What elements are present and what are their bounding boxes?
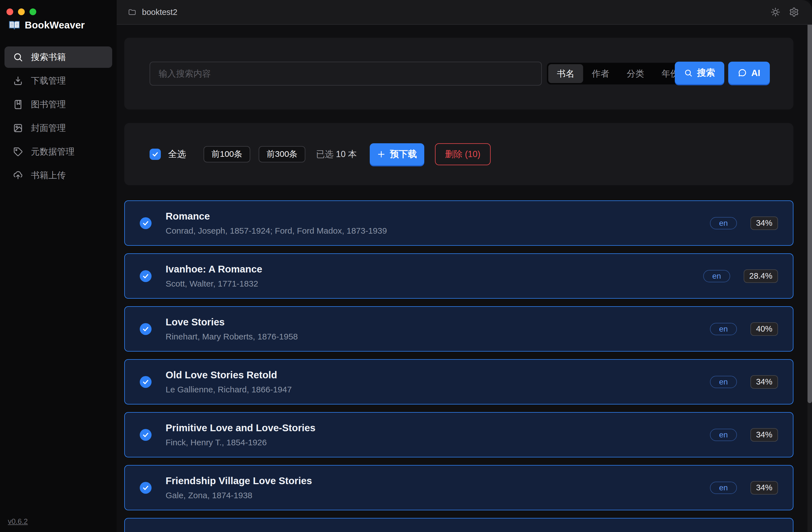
language-badge: en xyxy=(710,323,737,335)
minimize-button[interactable] xyxy=(18,9,25,15)
select-all-label: 全选 xyxy=(168,148,186,160)
book-row[interactable]: Primitive Love and Love-Stories Finck, H… xyxy=(124,412,794,458)
ai-button-label: AI xyxy=(751,68,760,78)
book-author: Rinehart, Mary Roberts, 1876-1958 xyxy=(165,332,298,341)
book-row[interactable] xyxy=(124,518,794,532)
language-badge: en xyxy=(710,376,737,388)
tags-icon xyxy=(13,146,23,157)
sidebar-item-label: 元数据管理 xyxy=(31,146,74,158)
book-author: Gale, Zona, 1874-1938 xyxy=(165,491,312,500)
folder-icon xyxy=(128,8,136,16)
select-first-100-button[interactable]: 前100条 xyxy=(204,146,250,163)
ai-search-button[interactable]: AI xyxy=(728,62,770,84)
version-link[interactable]: v0.6.2 xyxy=(8,517,28,526)
zoom-button[interactable] xyxy=(30,9,36,15)
topbar: booktest2 xyxy=(117,0,812,25)
predownload-label: 预下载 xyxy=(390,148,417,160)
sidebar-nav: 搜索书籍 下载管理 图书管理 封面管理 元数据管理 书籍上传 xyxy=(4,46,112,188)
selected-count: 已选 10 本 xyxy=(316,148,357,160)
book-title: Romance xyxy=(165,211,387,222)
app-logo: BookWeaver xyxy=(9,19,85,31)
selected-count-value: 10 本 xyxy=(336,149,357,159)
book-title: Ivanhoe: A Romance xyxy=(165,264,262,275)
search-button-label: 搜索 xyxy=(697,67,715,79)
main-area: booktest2 书名作者分类年份 搜索 xyxy=(117,0,812,532)
book-checkbox-checked[interactable] xyxy=(140,270,151,282)
directory-label: booktest2 xyxy=(142,8,177,17)
sidebar-item-search[interactable]: 搜索书籍 xyxy=(4,46,112,68)
book-row[interactable]: Old Love Stories Retold Le Gallienne, Ri… xyxy=(124,359,794,405)
scrollbar-thumb[interactable] xyxy=(808,21,812,403)
sidebar: BookWeaver 搜索书籍 下载管理 图书管理 封面管理 元数据管理 书籍上… xyxy=(0,0,117,532)
delete-button[interactable]: 删除 (10) xyxy=(435,143,491,165)
current-directory[interactable]: booktest2 xyxy=(128,8,177,17)
sidebar-item-download[interactable]: 下载管理 xyxy=(4,70,112,92)
search-field-tab-2[interactable]: 分类 xyxy=(618,64,653,83)
sidebar-item-book[interactable]: 图书管理 xyxy=(4,94,112,115)
progress-badge: 40% xyxy=(751,322,778,336)
book-title: Love Stories xyxy=(165,317,298,328)
cloud-upload-icon xyxy=(13,170,23,180)
progress-badge: 34% xyxy=(751,216,778,230)
sidebar-item-label: 书籍上传 xyxy=(31,169,66,181)
book-checkbox-checked[interactable] xyxy=(140,429,151,441)
language-badge: en xyxy=(710,429,737,441)
book-row[interactable]: Love Stories Rinehart, Mary Roberts, 187… xyxy=(124,306,794,352)
selection-toolbar: 全选 前100条 前300条 已选 10 本 预下载 删除 (10) xyxy=(124,123,794,185)
book-list: Romance Conrad, Joseph, 1857-1924; Ford,… xyxy=(124,200,794,532)
language-badge: en xyxy=(703,270,730,282)
book-author: Scott, Walter, 1771-1832 xyxy=(165,279,262,289)
scrollbar-track xyxy=(808,21,812,532)
chat-bubble-icon xyxy=(738,68,747,78)
sidebar-item-label: 下载管理 xyxy=(31,75,66,87)
language-badge: en xyxy=(710,481,737,494)
progress-badge: 34% xyxy=(751,428,778,442)
select-first-300-button[interactable]: 前300条 xyxy=(259,146,305,163)
content: 书名作者分类年份 搜索 AI 全选 前100条 xyxy=(117,25,812,532)
book-title: Old Love Stories Retold xyxy=(165,369,292,381)
book-title: Friendship Village Love Stories xyxy=(165,475,312,486)
theme-toggle-sun-icon[interactable] xyxy=(770,7,781,17)
plus-icon xyxy=(377,150,386,158)
book-checkbox-checked[interactable] xyxy=(140,376,151,388)
progress-badge: 28.4% xyxy=(744,269,778,283)
progress-badge: 34% xyxy=(751,375,778,389)
app-title: BookWeaver xyxy=(25,19,85,31)
topbar-actions xyxy=(770,7,799,17)
book-row[interactable]: Ivanhoe: A Romance Scott, Walter, 1771-1… xyxy=(124,253,794,299)
book-title: Primitive Love and Love-Stories xyxy=(165,422,316,433)
search-field-tabs: 书名作者分类年份 xyxy=(547,63,689,84)
sidebar-item-label: 图书管理 xyxy=(31,99,66,110)
book-row[interactable]: Romance Conrad, Joseph, 1857-1924; Ford,… xyxy=(124,200,794,246)
sidebar-item-cloud-upload[interactable]: 书籍上传 xyxy=(4,165,112,186)
select-all-checkbox[interactable] xyxy=(149,149,161,160)
open-book-icon xyxy=(9,19,20,31)
book-row[interactable]: Friendship Village Love Stories Gale, Zo… xyxy=(124,465,794,510)
book-checkbox-checked[interactable] xyxy=(140,217,151,229)
sidebar-item-label: 封面管理 xyxy=(31,122,66,134)
search-input[interactable] xyxy=(149,62,542,86)
sidebar-item-tags[interactable]: 元数据管理 xyxy=(4,141,112,163)
image-icon xyxy=(13,123,23,133)
book-checkbox-checked[interactable] xyxy=(140,323,151,335)
progress-badge: 34% xyxy=(751,481,778,494)
book-author: Le Gallienne, Richard, 1866-1947 xyxy=(165,385,292,394)
search-field-tab-0[interactable]: 书名 xyxy=(548,64,583,83)
search-icon xyxy=(684,69,693,77)
book-icon xyxy=(13,99,23,110)
settings-gear-icon[interactable] xyxy=(789,7,799,17)
window-controls xyxy=(6,9,36,15)
sidebar-item-label: 搜索书籍 xyxy=(31,51,66,63)
book-author: Finck, Henry T., 1854-1926 xyxy=(165,438,316,447)
search-panel: 书名作者分类年份 搜索 AI xyxy=(124,38,794,110)
language-badge: en xyxy=(710,217,737,229)
search-icon xyxy=(13,52,23,62)
search-field-tab-1[interactable]: 作者 xyxy=(583,64,618,83)
search-button[interactable]: 搜索 xyxy=(675,62,724,84)
book-author: Conrad, Joseph, 1857-1924; Ford, Ford Ma… xyxy=(165,226,387,236)
sidebar-item-image[interactable]: 封面管理 xyxy=(4,117,112,139)
book-checkbox-checked[interactable] xyxy=(140,482,151,494)
close-button[interactable] xyxy=(6,9,13,15)
download-icon xyxy=(13,76,23,86)
predownload-button[interactable]: 预下载 xyxy=(370,143,424,165)
